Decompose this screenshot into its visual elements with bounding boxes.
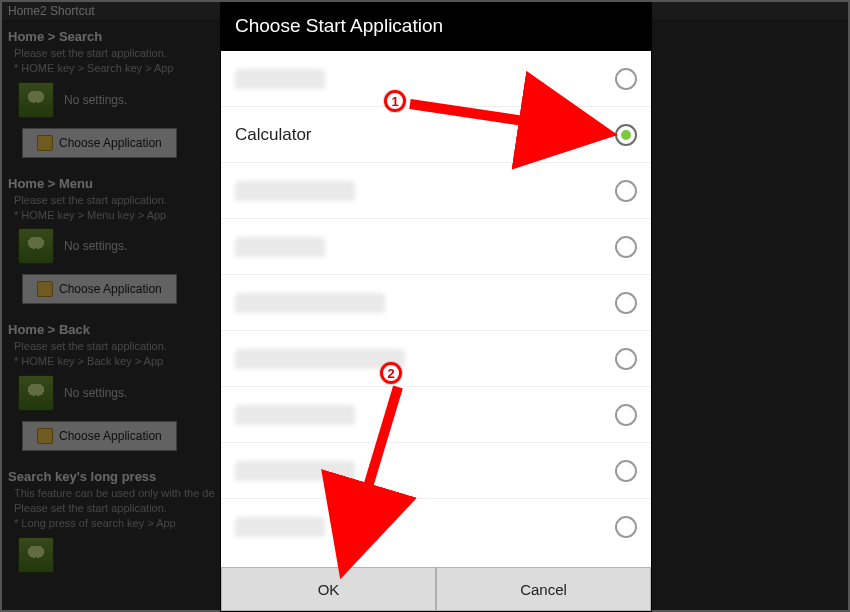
android-icon (18, 228, 54, 264)
button-label: Choose Application (59, 136, 162, 150)
app-option[interactable] (221, 51, 651, 107)
app-option[interactable]: Calculator (221, 107, 651, 163)
app-option-label-redacted (235, 517, 325, 537)
app-option[interactable] (221, 163, 651, 219)
dialog-option-list[interactable]: Calculator (221, 51, 651, 567)
annotation-marker-1: 1 (384, 90, 406, 112)
choose-application-button[interactable]: Choose Application (22, 274, 177, 304)
hand-icon (37, 428, 53, 444)
radio-button[interactable] (615, 236, 637, 258)
annotation-marker-2: 2 (380, 362, 402, 384)
cancel-button[interactable]: Cancel (436, 567, 651, 611)
app-option-label-redacted (235, 181, 355, 201)
radio-button[interactable] (615, 180, 637, 202)
radio-button[interactable] (615, 404, 637, 426)
no-settings-label: No settings. (64, 93, 127, 107)
app-option-label-redacted (235, 405, 355, 425)
choose-app-dialog: Choose Start Application Calculator OK C… (220, 2, 652, 612)
hand-icon (37, 281, 53, 297)
no-settings-label: No settings. (64, 386, 127, 400)
no-settings-label: No settings. (64, 239, 127, 253)
app-option-label-redacted (235, 69, 325, 89)
button-label: Choose Application (59, 282, 162, 296)
app-option[interactable] (221, 443, 651, 499)
app-option-label-redacted (235, 293, 385, 313)
app-option[interactable] (221, 331, 651, 387)
radio-button[interactable] (615, 348, 637, 370)
ok-button[interactable]: OK (221, 567, 436, 611)
app-option-label-redacted (235, 237, 325, 257)
radio-button[interactable] (615, 292, 637, 314)
android-icon (18, 375, 54, 411)
radio-button[interactable] (615, 68, 637, 90)
choose-application-button[interactable]: Choose Application (22, 128, 177, 158)
dialog-title: Choose Start Application (221, 3, 651, 51)
app-option[interactable] (221, 275, 651, 331)
app-option-label: Calculator (235, 125, 615, 145)
app-option[interactable] (221, 499, 651, 555)
button-label: Choose Application (59, 429, 162, 443)
screenshot-root: Home2 Shortcut Home > Search Please set … (0, 0, 850, 612)
app-option[interactable] (221, 387, 651, 443)
app-option[interactable] (221, 219, 651, 275)
radio-button[interactable] (615, 124, 637, 146)
radio-button[interactable] (615, 460, 637, 482)
choose-application-button[interactable]: Choose Application (22, 421, 177, 451)
radio-button[interactable] (615, 516, 637, 538)
hand-icon (37, 135, 53, 151)
app-option-label-redacted (235, 461, 355, 481)
app-option-label-redacted (235, 349, 405, 369)
dialog-actions: OK Cancel (221, 567, 651, 611)
android-icon (18, 82, 54, 118)
android-icon (18, 537, 54, 573)
